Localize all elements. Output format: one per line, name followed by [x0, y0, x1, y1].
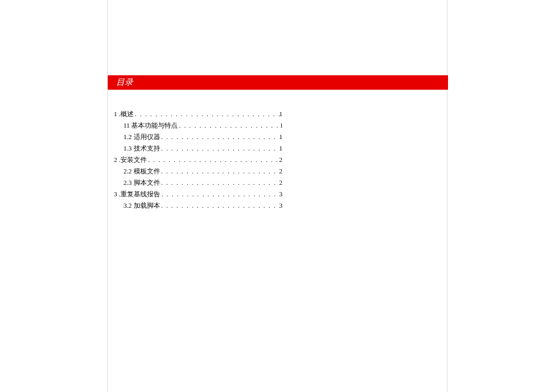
toc-entry-label: 1.3 技术支持 — [123, 143, 160, 154]
toc-entry: 1.2 适用仪器 . . . . . . . . . . . . . . . .… — [114, 131, 282, 142]
toc-header-title: 目录 — [116, 77, 133, 88]
toc-header-bar: 目录 — [108, 75, 448, 90]
toc-entry-page: 1 — [279, 143, 283, 154]
toc-entry: 1 .概述 . . . . . . . . . . . . . . . . . … — [114, 108, 282, 119]
document-page: 目录 1 .概述 . . . . . . . . . . . . . . . .… — [107, 0, 447, 392]
toc-entry-dots: . . . . . . . . . . . . . . . . . . . . … — [178, 120, 281, 131]
toc-entry-dots: . . . . . . . . . . . . . . . . . . . . … — [160, 200, 279, 211]
toc-entry-page: 2 — [279, 154, 283, 165]
toc-entry: 2.2 模板文件 . . . . . . . . . . . . . . . .… — [114, 166, 282, 176]
toc-entry-page: 2 — [279, 177, 283, 188]
toc-entry-dots: . . . . . . . . . . . . . . . . . . . . … — [160, 166, 279, 176]
toc-entry: 3.2 加载脚本 . . . . . . . . . . . . . . . .… — [114, 200, 282, 211]
toc-entry-page: 1 — [279, 131, 283, 142]
toc-entry-dots: . . . . . . . . . . . . . . . . . . . . … — [160, 143, 279, 154]
toc-entry: 3 .重复基线报告 . . . . . . . . . . . . . . . … — [114, 188, 282, 199]
toc-entry-label: 11 基本功能与特点 — [123, 120, 178, 131]
toc-entry-dots: . . . . . . . . . . . . . . . . . . . . … — [134, 108, 279, 119]
toc-entry-label: 3.2 加载脚本 — [123, 200, 160, 211]
toc-entry-dots: . . . . . . . . . . . . . . . . . . . . … — [160, 131, 279, 142]
toc-entry: 2.3 脚本文件 . . . . . . . . . . . . . . . .… — [114, 177, 282, 188]
toc-list: 1 .概述 . . . . . . . . . . . . . . . . . … — [114, 108, 282, 211]
toc-entry-dots: . . . . . . . . . . . . . . . . . . . . … — [160, 177, 279, 188]
toc-entry-label: 2 .安装文件 — [114, 154, 147, 165]
toc-entry-page: l — [281, 120, 282, 131]
toc-entry: 11 基本功能与特点 . . . . . . . . . . . . . . .… — [114, 120, 282, 131]
toc-entry-page: 3 — [279, 188, 283, 199]
toc-entry-label: 2.2 模板文件 — [123, 166, 160, 176]
toc-entry-dots: . . . . . . . . . . . . . . . . . . . . … — [160, 188, 279, 199]
toc-entry-page: 3 — [279, 200, 283, 211]
toc-entry-label: 2.3 脚本文件 — [123, 177, 160, 188]
toc-entry-page: 1 — [279, 108, 283, 119]
toc-entry-page: 2 — [279, 166, 283, 176]
toc-entry: 1.3 技术支持 . . . . . . . . . . . . . . . .… — [114, 143, 282, 154]
toc-entry-label: 1.2 适用仪器 — [123, 131, 160, 142]
toc-entry: 2 .安装文件 . . . . . . . . . . . . . . . . … — [114, 154, 282, 165]
toc-entry-dots: . . . . . . . . . . . . . . . . . . . . … — [147, 154, 279, 165]
toc-entry-label: 1 .概述 — [114, 108, 134, 119]
toc-entry-label: 3 .重复基线报告 — [114, 188, 160, 199]
